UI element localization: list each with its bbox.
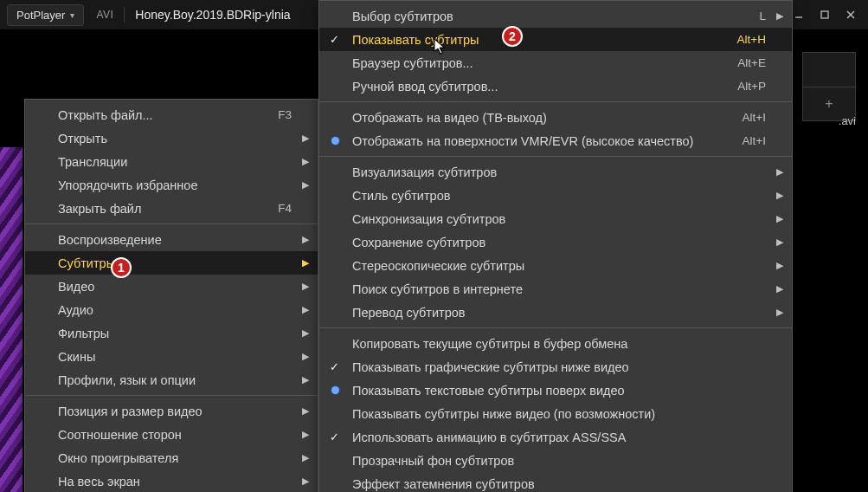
- sub-browser[interactable]: Браузер субтитров...Alt+E: [319, 51, 792, 74]
- submenu-arrow-icon: ▶: [302, 429, 309, 440]
- sub-save[interactable]: Сохранение субтитров▶: [319, 230, 792, 254]
- menu-fullscreen[interactable]: На весь экран▶: [25, 469, 318, 492]
- sub-copy-clip[interactable]: Копировать текущие субтитры в буфер обме…: [319, 332, 792, 355]
- sub-style[interactable]: Стиль субтитров▶: [319, 184, 792, 207]
- submenu-arrow-icon: ▶: [302, 327, 309, 339]
- sub-below-when[interactable]: Показывать субтитры ниже видео (по возмо…: [319, 402, 792, 425]
- submenu-arrow-icon: ▶: [776, 190, 783, 201]
- menu-aspect[interactable]: Соотношение сторон▶: [25, 423, 318, 446]
- submenu-arrow-icon: ▶: [302, 476, 309, 487]
- submenu-arrow-icon: ▶: [302, 351, 309, 362]
- submenu-arrow-icon: ▶: [302, 156, 309, 167]
- sub-text-over[interactable]: Показывать текстовые субтитры поверх вид…: [319, 379, 792, 402]
- menu-filters[interactable]: Фильтры▶: [25, 321, 318, 345]
- submenu-arrow-icon: ▶: [302, 133, 309, 144]
- sub-ass-anim[interactable]: ✓Использовать анимацию в субтитрах ASS/S…: [319, 425, 792, 449]
- submenu-arrow-icon: ▶: [302, 179, 309, 191]
- annotation-badge-1: 1: [111, 257, 132, 278]
- submenu-arrow-icon: ▶: [776, 166, 783, 178]
- submenu-arrow-icon: ▶: [776, 10, 783, 22]
- menu-profiles[interactable]: Профили, язык и опции▶: [25, 368, 318, 392]
- submenu-arrow-icon: ▶: [776, 213, 783, 224]
- plus-icon: +: [825, 96, 833, 112]
- menu-separator: [25, 395, 318, 396]
- sub-show[interactable]: ✓Показывать субтитрыAlt+H: [319, 28, 792, 51]
- sub-sync[interactable]: Синхронизация субтитров▶: [319, 207, 792, 230]
- submenu-arrow-icon: ▶: [302, 452, 309, 463]
- menu-open[interactable]: Открыть▶: [25, 126, 318, 150]
- file-title: Honey.Boy.2019.BDRip-ylnia: [135, 8, 290, 22]
- submenu-arrow-icon: ▶: [302, 405, 309, 417]
- sub-transparent[interactable]: Прозрачный фон субтитров: [319, 449, 792, 472]
- annotation-badge-2: 2: [502, 26, 523, 47]
- submenu-arrow-icon: ▶: [302, 304, 309, 315]
- format-badge: AVI: [96, 9, 113, 21]
- sub-graphic-below[interactable]: ✓Показывать графические субтитры ниже ви…: [319, 355, 792, 379]
- sub-display-vmr[interactable]: Отображать на поверхности VMR/EVR (высок…: [319, 129, 792, 152]
- menu-broadcasts[interactable]: Трансляции▶: [25, 150, 318, 173]
- sub-translate[interactable]: Перевод субтитров▶: [319, 301, 792, 324]
- menu-separator: [25, 223, 318, 224]
- sub-visualization[interactable]: Визуализация субтитров▶: [319, 160, 792, 184]
- radio-icon: [331, 137, 339, 145]
- submenu-arrow-icon: ▶: [302, 234, 309, 245]
- menu-subtitles[interactable]: Субтитры▶: [25, 251, 318, 275]
- submenu-arrow-icon: ▶: [776, 260, 783, 271]
- menu-close-file[interactable]: Закрыть файлF4: [25, 197, 318, 220]
- menu-skins[interactable]: Скины▶: [25, 345, 318, 368]
- sub-dim[interactable]: Эффект затемнения субтитров: [319, 472, 792, 492]
- submenu-arrow-icon: ▶: [776, 307, 783, 318]
- menu-position[interactable]: Позиция и размер видео▶: [25, 399, 318, 423]
- playlist-file[interactable]: .avi: [839, 114, 856, 127]
- submenu-arrow-icon: ▶: [776, 236, 783, 248]
- context-menu-subtitles: Выбор субтитровL▶ ✓Показывать субтитрыAl…: [318, 0, 793, 492]
- sub-stereo[interactable]: Стереоскопические субтитры▶: [319, 254, 792, 277]
- menu-audio[interactable]: Аудио▶: [25, 298, 318, 321]
- menu-separator: [319, 156, 792, 157]
- menu-separator: [319, 101, 792, 102]
- maximize-button[interactable]: [813, 5, 837, 24]
- side-tabs: +: [802, 52, 856, 121]
- tab-blank[interactable]: [802, 52, 856, 87]
- menu-player-window[interactable]: Окно проигрывателя▶: [25, 446, 318, 469]
- svg-rect-1: [821, 11, 828, 18]
- app-label: PotPlayer: [16, 9, 65, 22]
- cursor-icon: [434, 38, 447, 58]
- checkmark-icon: ✓: [330, 33, 339, 46]
- divider: [124, 7, 125, 23]
- app-menu-button[interactable]: PotPlayer ▾: [7, 4, 84, 26]
- menu-playback[interactable]: Воспроизведение▶: [25, 228, 318, 251]
- close-button[interactable]: [839, 5, 863, 24]
- menu-video[interactable]: Видео▶: [25, 275, 318, 298]
- sub-display-tv[interactable]: Отображать на видео (ТВ-выход)Alt+I: [319, 106, 792, 129]
- menu-separator: [319, 327, 792, 328]
- sub-manual[interactable]: Ручной ввод субтитров...Alt+P: [319, 74, 792, 98]
- sub-select[interactable]: Выбор субтитровL▶: [319, 4, 792, 28]
- video-edge-decoration: [0, 147, 23, 492]
- checkmark-icon: ✓: [330, 430, 339, 443]
- submenu-arrow-icon: ▶: [776, 283, 783, 295]
- context-menu-main: Открыть файл...F3 Открыть▶ Трансляции▶ У…: [24, 99, 318, 492]
- checkmark-icon: ✓: [330, 360, 339, 373]
- submenu-arrow-icon: ▶: [302, 374, 309, 385]
- menu-organize-fav[interactable]: Упорядочить избранное▶: [25, 173, 318, 197]
- window-controls: [787, 0, 863, 29]
- submenu-arrow-icon: ▶: [302, 281, 309, 292]
- chevron-down-icon: ▾: [70, 10, 74, 20]
- menu-open-file[interactable]: Открыть файл...F3: [25, 103, 318, 126]
- sub-search-net[interactable]: Поиск субтитров в интернете▶: [319, 277, 792, 301]
- radio-icon: [331, 386, 339, 394]
- submenu-arrow-icon: ▶: [302, 257, 309, 269]
